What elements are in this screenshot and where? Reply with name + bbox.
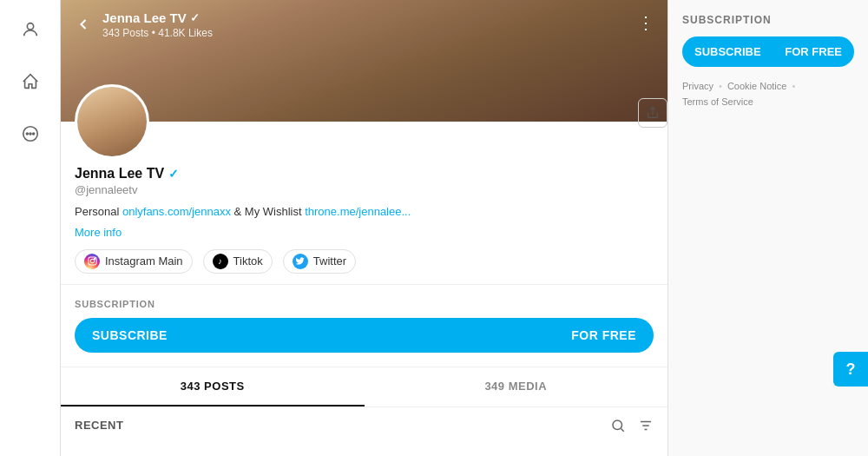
right-sidebar: SUBSCRIPTION SUBSCRIBE FOR FREE Privacy …: [668, 0, 868, 456]
bio-link-1[interactable]: onlyfans.com/jennaxx: [122, 205, 231, 218]
recent-icons: [610, 418, 654, 433]
more-info-link[interactable]: More info: [75, 226, 654, 239]
subscribe-label: SUBSCRIBE: [92, 328, 168, 342]
cover-verified-icon: ✓: [190, 11, 200, 24]
svg-point-8: [94, 258, 95, 259]
help-button[interactable]: ?: [833, 352, 868, 387]
verified-badge: ✓: [168, 167, 179, 181]
avatar: [75, 84, 149, 159]
cover-user-info: Jenna Lee TV ✓ 343 Posts • 41.8K Likes: [102, 10, 213, 39]
tab-posts[interactable]: 343 POSTS: [61, 367, 365, 406]
sidebar-home[interactable]: [15, 66, 46, 97]
svg-point-4: [32, 133, 34, 135]
recent-row: RECENT: [61, 407, 667, 444]
svg-point-9: [613, 420, 622, 430]
sidebar-avatar[interactable]: [15, 14, 46, 45]
share-button[interactable]: [638, 98, 667, 128]
search-icon-button[interactable]: [610, 418, 626, 433]
svg-line-10: [621, 428, 623, 431]
recent-label: RECENT: [75, 419, 123, 432]
cover-stats: 343 Posts • 41.8K Likes: [102, 27, 213, 39]
subscription-section: SUBSCRIPTION SUBSCRIBE FOR FREE: [61, 285, 667, 367]
profile-section: Jenna Lee TV ✓ @jennaleetv Personal only…: [61, 84, 667, 285]
instagram-link[interactable]: Instagram Main: [75, 249, 193, 274]
instagram-icon: [84, 254, 100, 269]
twitter-icon: [293, 254, 308, 269]
filter-icon-button[interactable]: [638, 418, 654, 433]
avatar-wrapper: [75, 84, 149, 159]
social-links: Instagram Main ♪ Tiktok Twitter: [75, 249, 654, 274]
tiktok-icon: ♪: [213, 254, 228, 269]
back-button[interactable]: [71, 12, 95, 36]
profile-handle: @jennaleetv: [75, 183, 654, 196]
bio-link-2[interactable]: throne.me/jennalee...: [305, 205, 411, 218]
svg-point-2: [26, 133, 28, 135]
svg-point-0: [27, 23, 33, 30]
subscribe-button[interactable]: SUBSCRIBE FOR FREE: [75, 318, 654, 353]
instagram-label: Instagram Main: [105, 254, 183, 268]
profile-bio: Personal onlyfans.com/jennaxx & My Wishl…: [75, 203, 654, 221]
twitter-label: Twitter: [313, 254, 346, 268]
profile-name: Jenna Lee TV ✓: [75, 166, 654, 182]
for-free-label: FOR FREE: [571, 328, 636, 342]
right-subscribe-label: SUBSCRIBE: [694, 45, 761, 58]
right-subscription-title: SUBSCRIPTION: [682, 14, 854, 26]
tab-media[interactable]: 349 MEDIA: [365, 367, 668, 406]
privacy-link[interactable]: Privacy: [682, 81, 713, 91]
right-for-free-label: FOR FREE: [785, 45, 842, 58]
help-icon: ?: [846, 360, 856, 379]
svg-point-3: [30, 133, 31, 135]
twitter-link[interactable]: Twitter: [283, 249, 356, 274]
subscription-title: SUBSCRIPTION: [75, 299, 654, 309]
tabs-bar: 343 POSTS 349 MEDIA: [61, 367, 667, 407]
left-sidebar: [0, 0, 61, 456]
right-subscribe-button[interactable]: SUBSCRIBE FOR FREE: [682, 36, 854, 67]
footer-links: Privacy • Cookie Notice • Terms of Servi…: [682, 81, 854, 107]
svg-point-7: [90, 259, 95, 263]
main-content: Jenna Lee TV ✓ 343 Posts • 41.8K Likes ⋮…: [61, 0, 668, 456]
more-options-button[interactable]: ⋮: [637, 12, 655, 33]
dot-separator-2: •: [792, 81, 795, 91]
terms-link[interactable]: Terms of Service: [682, 96, 753, 107]
dot-separator-1: •: [719, 81, 722, 91]
cover-username: Jenna Lee TV ✓: [102, 10, 213, 25]
tiktok-label: Tiktok: [233, 254, 263, 268]
tiktok-link[interactable]: ♪ Tiktok: [203, 249, 273, 274]
sidebar-messages[interactable]: [15, 118, 46, 149]
avatar-image: [77, 87, 147, 156]
cookie-notice-link[interactable]: Cookie Notice: [727, 81, 786, 91]
